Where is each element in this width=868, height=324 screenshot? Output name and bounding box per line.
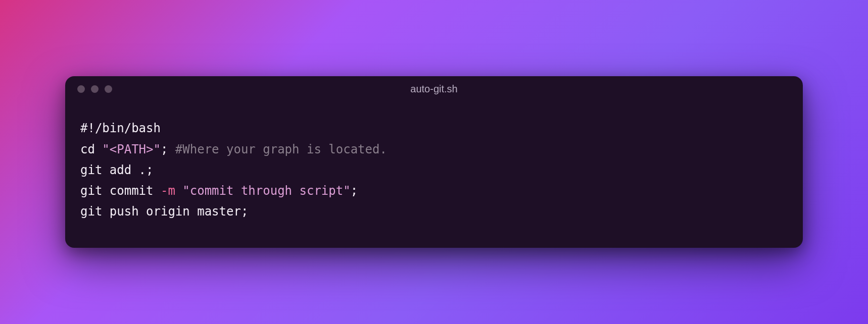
code-string: "commit through script": [182, 184, 350, 198]
close-icon[interactable]: [77, 85, 85, 93]
code-line-5: git push origin master;: [80, 204, 248, 219]
code-flag: -m: [161, 184, 175, 198]
terminal-window: auto-git.sh #!/bin/bash cd "<PATH>"; #Wh…: [65, 76, 803, 247]
code-token: [175, 184, 182, 198]
code-line-1: #!/bin/bash: [80, 121, 161, 135]
code-content: #!/bin/bash cd "<PATH>"; #Where your gra…: [65, 98, 803, 247]
window-title: auto-git.sh: [410, 83, 457, 95]
code-token: git commit: [80, 184, 161, 198]
maximize-icon[interactable]: [105, 85, 112, 93]
traffic-lights: [77, 85, 112, 93]
window-titlebar: auto-git.sh: [65, 76, 803, 98]
minimize-icon[interactable]: [91, 85, 99, 93]
code-line-3: git add .;: [80, 163, 154, 177]
code-token: ;: [351, 184, 358, 198]
code-token: cd: [80, 142, 102, 156]
code-comment: #Where your graph is located.: [175, 142, 387, 156]
code-string: "<PATH>": [102, 142, 161, 156]
code-token: ;: [161, 142, 175, 156]
